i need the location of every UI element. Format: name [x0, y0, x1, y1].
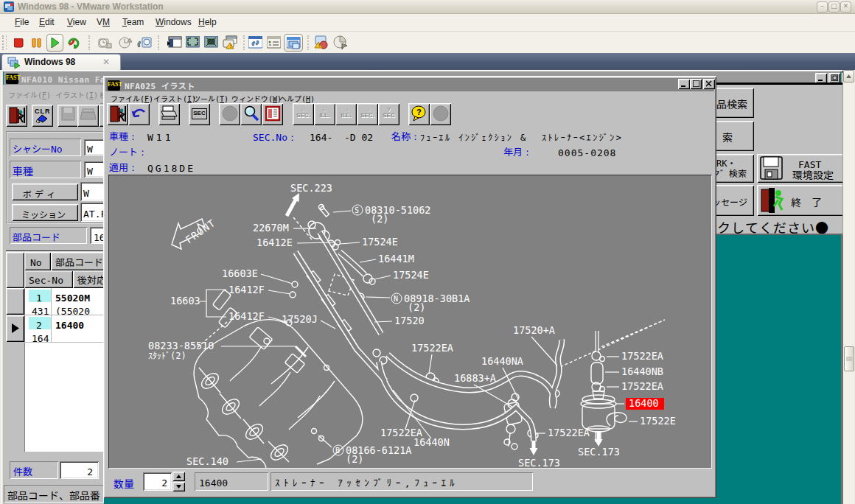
- summary-view-icon[interactable]: [267, 36, 281, 49]
- grid-selector-row1[interactable]: [6, 288, 24, 315]
- suspend-icon[interactable]: [32, 38, 41, 48]
- nfa010-minimize-button[interactable]: [815, 73, 827, 83]
- exit-door-icon: [109, 105, 127, 123]
- part-label: 17522EA: [411, 342, 453, 354]
- body-input[interactable]: W: [80, 182, 104, 201]
- nfa025-titlebar[interactable]: FAST NFA025 イラスト: [105, 78, 714, 91]
- part-label: 16412F: [228, 310, 265, 322]
- nfa025-exit-button[interactable]: [107, 103, 128, 125]
- tab-close-icon[interactable]: ✕: [102, 57, 110, 67]
- part-code-label: 部品コード: [10, 227, 87, 244]
- nfa010-disabled-toolbar-button-1: [57, 105, 79, 127]
- nfa010-menu-file[interactable]: ファイル(F): [8, 89, 51, 100]
- snapshot-manager-icon[interactable]: [137, 36, 152, 49]
- nfa010-clear-toolbar-button[interactable]: CLR: [32, 105, 53, 127]
- full-screen-icon[interactable]: [204, 36, 218, 49]
- menu-vm[interactable]: VM: [97, 17, 110, 27]
- row1-no-cell[interactable]: 1: [29, 290, 52, 302]
- nfa025-menu-file[interactable]: ファイル(F): [111, 93, 153, 104]
- qty-spin-up[interactable]: [172, 472, 185, 481]
- scroll-up-icon: [846, 74, 851, 78]
- part-label: (2): [408, 301, 425, 313]
- console-view-button[interactable]: [284, 34, 303, 52]
- menu-windows[interactable]: Windows: [156, 17, 192, 27]
- qty-spin-down[interactable]: [172, 482, 185, 491]
- nfa025-zoom-button[interactable]: [240, 103, 262, 125]
- scrollbar-up-button[interactable]: [843, 70, 854, 83]
- show-sidebar-icon[interactable]: [167, 36, 182, 49]
- nfa025-sec-button[interactable]: SEC: [189, 103, 210, 125]
- toolbar-separator: [243, 35, 246, 50]
- part-code-input[interactable]: 16: [90, 227, 104, 244]
- snapshot-revert-icon[interactable]: [119, 36, 133, 49]
- close-button[interactable]: ✕: [840, 1, 851, 13]
- nfa025-maximize-button[interactable]: [690, 79, 702, 89]
- snapshot-take-icon[interactable]: [98, 36, 112, 49]
- body-button[interactable]: ボディ: [12, 183, 78, 200]
- unity-icon[interactable]: !: [222, 35, 238, 49]
- apply-field-label: 適用：: [109, 160, 138, 175]
- chassis-no-input[interactable]: W: [84, 139, 104, 155]
- power-on-button[interactable]: [46, 34, 63, 52]
- mission-input[interactable]: AT.F: [80, 203, 104, 222]
- row2-no-cell[interactable]: 2: [29, 317, 52, 329]
- model-input[interactable]: W: [84, 161, 104, 178]
- nfa010-exit-toolbar-button[interactable]: [6, 105, 27, 127]
- fit-guest-icon[interactable]: [186, 36, 200, 49]
- nfa025-menu-tools[interactable]: ツール(T): [193, 93, 228, 104]
- part-label: 22670M: [253, 222, 289, 234]
- nfa010-maximize-button[interactable]: [828, 73, 840, 83]
- qty-input[interactable]: 2: [143, 472, 172, 491]
- ace-warning-icon[interactable]: !: [313, 35, 328, 49]
- reset-icon[interactable]: [68, 38, 80, 49]
- nfa025-book-button[interactable]: [262, 103, 283, 125]
- count-value-box: 2: [60, 461, 99, 479]
- nfa025-menu-illust[interactable]: イラスト(I): [153, 93, 196, 104]
- fast-config-button[interactable]: FAST 環境設定: [757, 154, 842, 183]
- row1-later[interactable]: (55020: [55, 304, 90, 318]
- vm-tab-icon: [7, 57, 21, 69]
- nfa025-print-button[interactable]: [158, 103, 180, 125]
- toolbar-separator: [307, 35, 310, 50]
- nfa025-close-button[interactable]: [703, 79, 715, 89]
- nfa025-minimize-button[interactable]: [678, 79, 690, 89]
- nfa025-menu-window[interactable]: ウィンドウ(W): [231, 93, 282, 104]
- model-field-value: W11: [147, 130, 173, 144]
- ticker-text: クしてください●: [717, 217, 829, 235]
- grid-header-no: No: [24, 252, 51, 270]
- help-balloon-icon: ?: [411, 105, 428, 122]
- grid-selector-row2[interactable]: [6, 315, 24, 342]
- minimize-button[interactable]: –: [817, 1, 828, 13]
- row1-code[interactable]: 55020M: [55, 290, 90, 304]
- mission-button[interactable]: ミッション: [12, 204, 78, 221]
- capture-icon[interactable]: [333, 35, 348, 49]
- nfa025-menu-help[interactable]: ヘルプ(H): [279, 93, 315, 104]
- nfa025-help-button[interactable]: ?: [408, 103, 430, 125]
- undo-icon: [130, 105, 148, 122]
- power-off-icon[interactable]: [14, 38, 24, 48]
- part-label: SEC.223: [290, 182, 332, 194]
- nfa025-undo-button[interactable]: [128, 103, 150, 125]
- nfa010-left-panel: ファイル(F) イラスト(I) 検索(S) CLR: [3, 85, 104, 504]
- menu-view[interactable]: View: [67, 17, 86, 27]
- row1-secno[interactable]: 431: [32, 304, 49, 318]
- menu-team[interactable]: Team: [122, 17, 144, 27]
- part-label: 17520J: [282, 313, 318, 325]
- tab-windows98[interactable]: Windows 98 ✕: [1, 54, 121, 71]
- grid-corner: [6, 252, 24, 288]
- scrollbar-thumb[interactable]: [844, 346, 854, 371]
- menu-help[interactable]: Help: [198, 17, 217, 27]
- console-tools-icon[interactable]: [248, 36, 262, 49]
- maximize-button[interactable]: □: [828, 1, 840, 13]
- menu-edit[interactable]: Edit: [39, 17, 55, 27]
- row2-code[interactable]: 16400: [55, 318, 84, 332]
- row2-secno[interactable]: 164: [32, 331, 49, 345]
- nfa010-menu-illust[interactable]: イラスト(I): [55, 89, 98, 100]
- menu-file[interactable]: File: [15, 17, 29, 27]
- svg-text:CLR: CLR: [35, 108, 51, 115]
- vm-vertical-scrollbar[interactable]: [842, 70, 854, 504]
- parts-diagram[interactable]: SEC.223S08310-51062(2)22670M16412E17524E…: [108, 175, 712, 469]
- nfa025-next-sec-button: →SEC.: [357, 103, 378, 125]
- part-label: 16883+A: [454, 372, 496, 384]
- app-exit-button[interactable]: 終 了: [757, 185, 842, 216]
